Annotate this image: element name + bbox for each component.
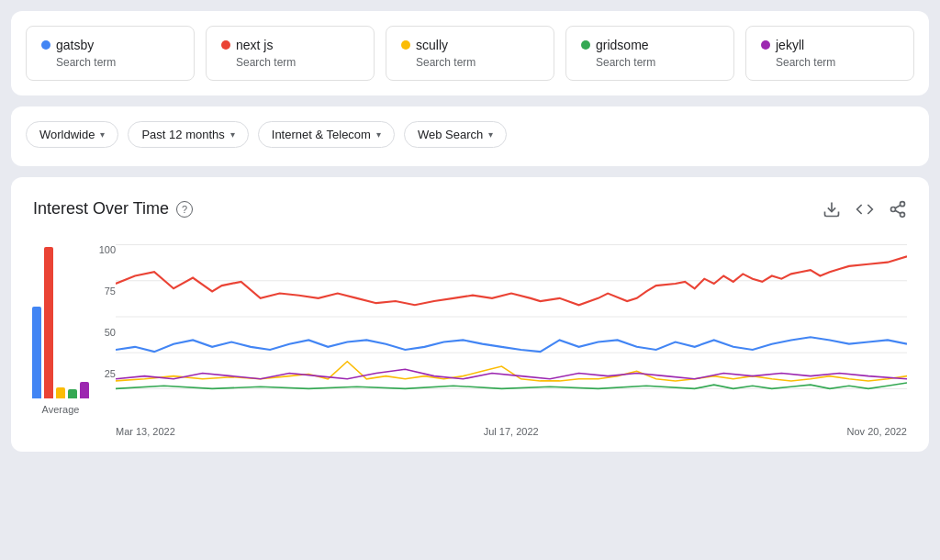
filter-web-search[interactable]: Web Search▾ [404, 121, 507, 148]
avg-bar-3 [68, 389, 77, 398]
y-labels: 100 75 50 25 [88, 244, 116, 409]
term-dot [401, 40, 410, 50]
terms-panel: gatsby Search term next js Search term s… [11, 11, 929, 95]
term-sub: Search term [596, 56, 719, 69]
x-label-mid: Jul 17, 2022 [484, 426, 539, 437]
chevron-icon: ▾ [230, 129, 235, 140]
share-icon[interactable] [889, 200, 907, 218]
term-name: gridsome [581, 38, 719, 52]
x-label-start: Mar 13, 2022 [116, 426, 175, 437]
chart-area: Average 100 75 50 25 [33, 233, 907, 437]
term-dot [581, 40, 590, 50]
term-sub: Search term [776, 56, 899, 69]
svg-line-4 [895, 210, 901, 213]
svg-line-5 [895, 205, 901, 207]
bar-label: Average [42, 404, 80, 415]
chevron-icon: ▾ [488, 129, 493, 140]
term-sub: Search term [56, 56, 179, 69]
avg-bar-1 [44, 247, 53, 398]
term-dot [221, 40, 230, 50]
term-sub: Search term [416, 56, 539, 69]
svg-point-2 [891, 207, 896, 211]
panel-actions [822, 200, 907, 218]
x-labels: Mar 13, 2022 Jul 17, 2022 Nov 20, 2022 [116, 426, 907, 437]
term-dot [41, 40, 50, 50]
avg-bar-0 [32, 307, 41, 398]
panel-title: Interest Over Time ? [33, 199, 193, 218]
term-card-gatsby[interactable]: gatsby Search term [26, 26, 195, 81]
filter-worldwide[interactable]: Worldwide▾ [26, 121, 118, 148]
download-icon[interactable] [822, 200, 841, 218]
term-card-jekyll[interactable]: jekyll Search term [745, 26, 914, 81]
term-name: gatsby [41, 38, 179, 52]
panel-header: Interest Over Time ? [33, 199, 907, 218]
bars [32, 233, 89, 398]
filter-internet-&-telecom[interactable]: Internet & Telecom▾ [258, 121, 395, 148]
chevron-icon: ▾ [100, 129, 105, 140]
svg-point-1 [901, 201, 905, 206]
term-name: jekyll [761, 38, 899, 52]
term-card-scully[interactable]: scully Search term [386, 26, 554, 81]
term-name: scully [401, 38, 539, 52]
term-card-next-js[interactable]: next js Search term [206, 26, 375, 81]
embed-icon[interactable] [856, 200, 874, 218]
term-sub: Search term [236, 56, 359, 69]
term-card-gridsome[interactable]: gridsome Search term [565, 26, 734, 81]
help-icon[interactable]: ? [176, 201, 193, 218]
term-name: next js [221, 38, 359, 52]
bar-chart: Average [33, 233, 88, 437]
line-chart-area: 100 75 50 25 [88, 235, 907, 437]
x-label-end: Nov 20, 2022 [847, 426, 907, 437]
filters-row: Worldwide▾Past 12 months▾Internet & Tele… [26, 118, 914, 155]
avg-bar-2 [56, 387, 65, 398]
main-panel: Interest Over Time ? Average 100 75 [11, 177, 929, 452]
filter-past-12-months[interactable]: Past 12 months▾ [128, 121, 248, 148]
interest-over-time-title: Interest Over Time [33, 199, 169, 218]
chevron-icon: ▾ [376, 129, 381, 140]
svg-point-3 [901, 212, 905, 217]
svg-container [116, 235, 907, 415]
term-dot [761, 40, 770, 50]
